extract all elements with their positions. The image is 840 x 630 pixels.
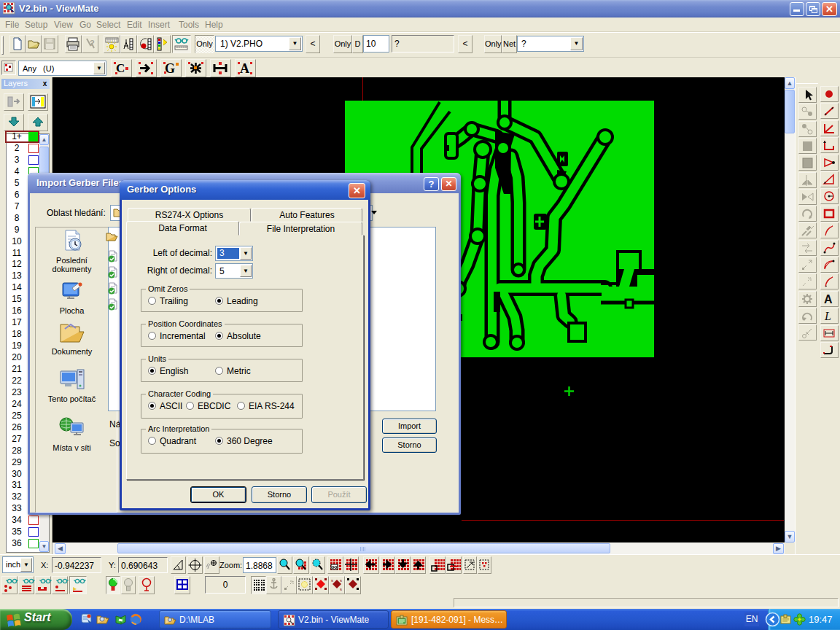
svg-text:L: L	[824, 310, 831, 322]
svg-text:s: s	[331, 578, 333, 583]
svg-text:A: A	[240, 61, 249, 76]
svg-text:s: s	[340, 587, 342, 591]
svg-text:s: s	[340, 578, 342, 583]
svg-text:A: A	[824, 293, 833, 306]
svg-text:?: ?	[90, 39, 95, 47]
svg-text:G: G	[165, 61, 175, 76]
